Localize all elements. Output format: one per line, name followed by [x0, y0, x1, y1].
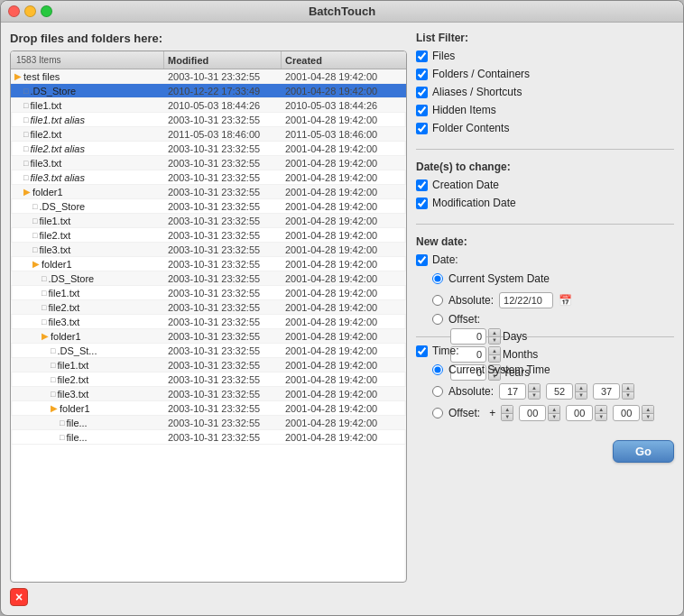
modification-date-row: Modification Date	[416, 195, 674, 211]
list-item[interactable]: □ .DS_Store2003-10-31 23:32:552001-04-28…	[11, 199, 406, 214]
list-item[interactable]: □ file1.txt2003-10-31 23:32:552001-04-28…	[11, 214, 406, 228]
list-item[interactable]: □ file3.txt2003-10-31 23:32:552001-04-28…	[11, 387, 406, 401]
off-time-s-input[interactable]	[613, 405, 640, 421]
absolute-time-radio[interactable]	[432, 386, 443, 397]
dates-section: Date(s) to change: Creation Date Modific…	[416, 161, 674, 213]
remove-button[interactable]: ×	[10, 588, 28, 606]
list-item[interactable]: □ file2.txt2003-10-31 23:32:552001-04-28…	[11, 228, 406, 243]
file-icon: □	[51, 375, 55, 384]
offset-time-radio[interactable]	[432, 408, 443, 418]
folder-icon: ▶	[42, 331, 49, 341]
list-item[interactable]: □ file2.txt alias2003-10-31 23:32:552001…	[11, 142, 406, 156]
file-icon: □	[60, 418, 64, 428]
filter-folder-contents-checkbox[interactable]	[416, 123, 428, 134]
list-item[interactable]: ▶ test files2003-10-31 23:32:552001-04-2…	[11, 69, 406, 84]
maximize-button[interactable]	[41, 5, 52, 17]
list-item[interactable]: □ .DS_Store2003-10-31 23:32:552001-04-28…	[11, 271, 406, 286]
list-item[interactable]: □ file2.txt2011-05-03 18:46:002011-05-03…	[11, 127, 406, 142]
offset-months-up[interactable]: ▲	[489, 347, 500, 355]
file-name: file2.txt	[30, 129, 61, 140]
list-item[interactable]: □ file2.txt2003-10-31 23:32:552001-04-28…	[11, 300, 406, 315]
time-options: Current System Time Absolute: ▲ ▼	[432, 361, 674, 422]
time-enable-checkbox[interactable]	[416, 345, 428, 357]
creation-date-checkbox[interactable]	[416, 179, 428, 191]
current-system-date-radio[interactable]	[432, 273, 443, 284]
offset-sign-stepper[interactable]: ▲ ▼	[501, 405, 513, 421]
offset-days-input[interactable]	[450, 328, 486, 345]
filter-files-checkbox[interactable]	[416, 51, 428, 62]
abs-time-s-stepper[interactable]: ▲ ▼	[622, 383, 634, 400]
list-item[interactable]: ▶ folder12003-10-31 23:32:552001-04-28 1…	[11, 185, 406, 199]
filter-hidden-checkbox[interactable]	[416, 105, 428, 116]
list-filter-section: List Filter: Files Folders / Containers …	[416, 32, 674, 138]
file-name: file3.txt	[39, 244, 70, 255]
file-name: folder1	[51, 331, 81, 342]
offset-date-radio[interactable]	[432, 314, 443, 325]
go-button[interactable]: Go	[613, 440, 674, 463]
file-modified: 2003-10-31 23:32:55	[164, 418, 282, 428]
off-time-s-stepper[interactable]: ▲ ▼	[642, 405, 654, 421]
filter-aliases-label: Aliases / Shortcuts	[432, 86, 522, 98]
abs-time-s-input[interactable]	[593, 383, 620, 400]
filter-folders-row: Folders / Containers	[416, 66, 674, 82]
file-name: file...	[66, 418, 87, 428]
off-time-h-stepper[interactable]: ▲ ▼	[548, 405, 560, 421]
main-window: BatchTouch Drop files and folders here: …	[0, 0, 684, 616]
file-created: 2001-04-28 19:42:00	[282, 331, 406, 342]
list-item[interactable]: □ file3.txt alias2003-10-31 23:32:552001…	[11, 170, 406, 185]
file-list-scroll[interactable]: ▶ test files2003-10-31 23:32:552001-04-2…	[11, 69, 406, 582]
list-item[interactable]: ▶ folder12003-10-31 23:32:552001-04-28 1…	[11, 257, 406, 271]
list-item[interactable]: □ file1.txt2003-10-31 23:32:552001-04-28…	[11, 358, 406, 372]
absolute-date-radio[interactable]	[432, 295, 443, 306]
filter-hidden-label: Hidden Items	[432, 104, 496, 116]
offset-days-up[interactable]: ▲	[489, 329, 500, 337]
date-enable-checkbox[interactable]	[416, 254, 428, 266]
file-modified: 2010-05-03 18:44:26	[164, 100, 282, 111]
abs-time-h-stepper[interactable]: ▲ ▼	[528, 383, 541, 400]
file-created: 2001-04-28 19:42:00	[282, 187, 406, 198]
close-button[interactable]	[8, 5, 20, 17]
list-item[interactable]: □ .DS_Store2010-12-22 17:33:492001-04-28…	[11, 84, 406, 98]
file-modified: 2010-12-22 17:33:49	[164, 86, 282, 97]
abs-time-m-input[interactable]	[546, 383, 573, 400]
offset-days-stepper[interactable]: ▲ ▼	[488, 328, 501, 345]
modification-date-checkbox[interactable]	[416, 198, 428, 209]
list-filter-title: List Filter:	[416, 32, 674, 44]
off-time-h-input[interactable]	[519, 405, 546, 421]
filter-aliases-checkbox[interactable]	[416, 87, 428, 98]
file-icon: □	[23, 144, 28, 153]
absolute-date-input[interactable]	[499, 292, 553, 308]
file-modified: 2003-10-31 23:32:55	[164, 360, 282, 371]
list-item[interactable]: □ file3.txt2003-10-31 23:32:552001-04-28…	[11, 243, 406, 257]
file-icon: □	[32, 216, 37, 225]
current-system-time-radio[interactable]	[432, 364, 443, 375]
list-item[interactable]: □ file...2003-10-31 23:32:552001-04-28 1…	[11, 416, 406, 430]
list-item[interactable]: □ file1.txt alias2003-10-31 23:32:552001…	[11, 113, 406, 127]
offset-months-down[interactable]: ▼	[489, 355, 500, 363]
list-item[interactable]: □ file3.txt2003-10-31 23:32:552001-04-28…	[11, 156, 406, 170]
list-item[interactable]: ▶ folder12003-10-31 23:32:552001-04-28 1…	[11, 329, 406, 344]
off-time-m-stepper[interactable]: ▲ ▼	[595, 405, 607, 421]
list-item[interactable]: □ file2.txt2003-10-31 23:32:552001-04-28…	[11, 372, 406, 387]
abs-time-h-input[interactable]	[499, 383, 526, 400]
list-item[interactable]: □ file1.txt2010-05-03 18:44:262010-05-03…	[11, 98, 406, 113]
list-item[interactable]: □ file3.txt2003-10-31 23:32:552001-04-28…	[11, 315, 406, 329]
offset-days-group: ▲ ▼ Days	[450, 328, 538, 345]
filter-folders-checkbox[interactable]	[416, 69, 428, 80]
minimize-button[interactable]	[24, 5, 36, 17]
list-item[interactable]: ▶ folder12003-10-31 23:32:552001-04-28 1…	[11, 401, 406, 416]
offset-months-stepper[interactable]: ▲ ▼	[488, 346, 501, 363]
drop-label: Drop files and folders here:	[10, 32, 407, 45]
abs-time-m-stepper[interactable]: ▲ ▼	[575, 383, 587, 400]
file-name: folder1	[60, 403, 90, 414]
file-name: .DS_St...	[57, 345, 97, 356]
calendar-icon[interactable]: 📅	[559, 294, 572, 307]
list-item[interactable]: □ file...2003-10-31 23:32:552001-04-28 1…	[11, 430, 406, 445]
file-name: file3.txt	[48, 317, 79, 327]
file-created: 2001-04-28 19:42:00	[282, 172, 406, 183]
list-item[interactable]: □ file1.txt2003-10-31 23:32:552001-04-28…	[11, 286, 406, 300]
off-time-m-input[interactable]	[566, 405, 593, 421]
offset-days-down[interactable]: ▼	[489, 337, 500, 345]
absolute-time-label: Absolute:	[448, 385, 494, 398]
list-item[interactable]: □ .DS_St...2003-10-31 23:32:552001-04-28…	[11, 344, 406, 358]
